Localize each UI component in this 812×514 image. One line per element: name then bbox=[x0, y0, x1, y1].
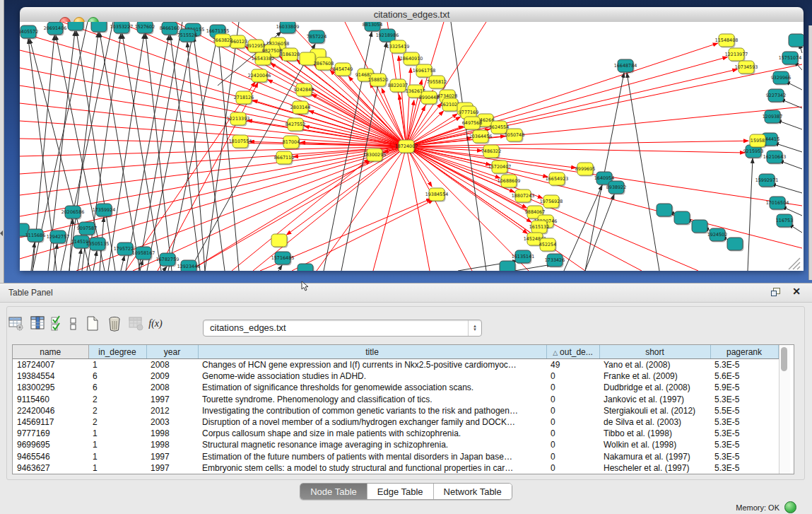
graph-node-yellow[interactable]: 9242844 bbox=[294, 83, 314, 98]
table-row[interactable]: 977716911998Corpus callosum shape and si… bbox=[13, 428, 778, 439]
table-cell[interactable]: 18724007 bbox=[13, 359, 88, 371]
graph-node-yellow[interactable]: 1050748 bbox=[505, 129, 524, 143]
table-cell[interactable]: 49 bbox=[546, 359, 599, 371]
graph-node-yellow[interactable]: 8186328 bbox=[280, 48, 300, 62]
table-cell[interactable]: 0 bbox=[546, 394, 599, 405]
graph-node-teal[interactable] bbox=[674, 211, 691, 226]
table-scrollbar[interactable] bbox=[779, 345, 790, 474]
table-cell[interactable]: 1 bbox=[88, 462, 146, 474]
graph-node-yellow[interactable]: 2867608 bbox=[314, 57, 334, 71]
table-row[interactable]: 946362711997Embryonic stem cells: a mode… bbox=[13, 462, 778, 474]
graph-node-yellow[interactable]: 15720407 bbox=[488, 160, 512, 175]
graph-node-teal[interactable]: 1527602 bbox=[135, 22, 155, 35]
graph-node-yellow[interactable]: 18107554 bbox=[229, 135, 252, 149]
graph-node-yellow[interactable]: 20364456 bbox=[469, 130, 493, 144]
table-row[interactable]: 969969511998Structural magnetic resonanc… bbox=[13, 439, 778, 450]
table-cell[interactable]: 9465546 bbox=[13, 451, 88, 462]
table-cell[interactable]: 2012 bbox=[146, 405, 198, 416]
graph-node-teal[interactable] bbox=[657, 204, 673, 218]
graph-node-yellow[interactable]: 817004 bbox=[283, 136, 300, 150]
column-header-in_degree[interactable]: in_degree bbox=[88, 345, 146, 359]
graph-node-yellow[interactable]: 16654923 bbox=[546, 173, 569, 187]
graph-node-teal[interactable]: 16210643 bbox=[763, 151, 787, 165]
graph-node-teal[interactable]: 1924502 bbox=[707, 228, 727, 243]
canvas-resize-grip[interactable] bbox=[789, 258, 800, 269]
table-cell[interactable]: 1998 bbox=[146, 428, 198, 439]
graph-node-teal[interactable]: 9227342 bbox=[766, 89, 786, 103]
table-cell[interactable]: Wolkin et al. (1998) bbox=[599, 439, 710, 450]
graph-node-teal[interactable]: 15992971 bbox=[755, 174, 779, 188]
table-cell[interactable]: 5.6E-5 bbox=[710, 370, 778, 382]
column-header-title[interactable]: title bbox=[198, 345, 546, 359]
graph-node-teal[interactable]: 15716485 bbox=[271, 252, 295, 266]
table-cell[interactable]: Investigating the contribution of common… bbox=[198, 405, 546, 416]
table-cell[interactable]: 1998 bbox=[146, 439, 198, 450]
graph-node-teal[interactable] bbox=[727, 238, 744, 252]
table-cell[interactable]: Corpus callosum shape and size in male p… bbox=[198, 428, 546, 439]
show-columns-button[interactable] bbox=[29, 315, 47, 333]
table-cell[interactable]: 18300295 bbox=[13, 382, 88, 393]
graph-node-yellow[interactable]: 1588520 bbox=[368, 74, 388, 88]
graph-node-yellow[interactable]: 15958 bbox=[750, 134, 767, 148]
table-cell[interactable]: 5.3E-5 bbox=[710, 416, 778, 428]
column-header-year[interactable]: year bbox=[146, 345, 198, 359]
table-cell[interactable]: 9777169 bbox=[13, 428, 88, 439]
table-row[interactable]: 1938455462009Genome-wide association stu… bbox=[13, 370, 778, 382]
graph-node-yellow[interactable]: 2803144 bbox=[290, 101, 310, 115]
table-cell[interactable]: 1 bbox=[88, 428, 146, 439]
graph-node-yellow[interactable]: 8427552 bbox=[286, 118, 305, 132]
column-header-out_de[interactable]: △out_de... bbox=[546, 345, 599, 359]
table-cell[interactable]: Tibbo et al. (1998) bbox=[599, 428, 710, 439]
table-cell[interactable]: 2 bbox=[88, 405, 146, 416]
graph-node-teal[interactable]: 12942757 bbox=[47, 230, 70, 245]
graph-node-yellow[interactable]: 12213393 bbox=[227, 112, 250, 127]
column-header-name[interactable]: name bbox=[13, 345, 88, 359]
table-cell[interactable]: 0 bbox=[546, 405, 599, 416]
table-cell[interactable]: 2008 bbox=[146, 359, 198, 371]
close-panel-icon[interactable]: ✕ bbox=[792, 286, 801, 297]
graph-node-yellow[interactable] bbox=[271, 234, 288, 248]
table-cell[interactable]: 2008 bbox=[146, 382, 198, 393]
table-row[interactable]: 911546021997Tourette syndrome. Phenomeno… bbox=[13, 394, 778, 405]
graph-node-teal[interactable] bbox=[91, 22, 108, 33]
graph-node-yellow[interactable]: 7955812 bbox=[427, 76, 447, 90]
table-cell[interactable]: Jankovic et al. (1997) bbox=[599, 394, 710, 405]
table-cell[interactable]: Structural magnetic resonance image aver… bbox=[198, 439, 546, 450]
network-window-titlebar[interactable]: citations_edges.txt bbox=[20, 7, 804, 23]
table-cell[interactable]: Dudbridge et al. (2008) bbox=[599, 382, 710, 393]
table-cell[interactable]: Embryonic stem cells: a model to study s… bbox=[198, 462, 546, 474]
collapse-arrow-icon[interactable] bbox=[0, 230, 3, 236]
table-cell[interactable]: 1997 bbox=[146, 451, 198, 462]
table-cell[interactable]: 5.5E-5 bbox=[710, 405, 778, 416]
table-cell[interactable]: 1 bbox=[88, 439, 146, 450]
right-panel-divider[interactable] bbox=[808, 25, 812, 280]
table-cell[interactable]: 2 bbox=[88, 394, 146, 405]
graph-node-teal[interactable]: 17359924 bbox=[93, 204, 116, 218]
import-table-button[interactable] bbox=[127, 315, 146, 333]
table-row[interactable]: 1872400712008Changes of HCN gene express… bbox=[13, 359, 778, 371]
graph-node-yellow[interactable]: 7663822 bbox=[213, 34, 233, 48]
graph-node-yellow[interactable]: 452254 bbox=[539, 238, 557, 252]
function-builder-button[interactable]: f(x) bbox=[149, 315, 162, 333]
table-row[interactable]: 946554611997Estimation of the future num… bbox=[13, 451, 778, 462]
graph-node-yellow[interactable]: 6497568 bbox=[462, 117, 482, 131]
table-cell[interactable]: 6 bbox=[88, 370, 146, 382]
graph-node-teal[interactable]: 20691406 bbox=[44, 22, 67, 36]
graph-node-teal[interactable] bbox=[68, 22, 85, 32]
memory-ok-led-icon[interactable] bbox=[784, 501, 796, 513]
table-cell[interactable]: 9115460 bbox=[13, 394, 88, 405]
graph-node-yellow[interactable]: 11548408 bbox=[715, 34, 739, 48]
table-cell[interactable]: 2 bbox=[88, 416, 146, 428]
table-cell[interactable]: 0 bbox=[546, 382, 599, 393]
table-cell[interactable]: 1 bbox=[88, 451, 146, 462]
table-cell[interactable]: 5.9E-5 bbox=[710, 382, 778, 393]
tab-node-table[interactable]: Node Table bbox=[300, 484, 367, 499]
table-cell[interactable]: 5.3E-5 bbox=[710, 462, 778, 474]
table-cell[interactable]: 0 bbox=[546, 428, 599, 439]
delete-column-button[interactable] bbox=[105, 315, 124, 333]
graph-node-yellow[interactable]: 8990448 bbox=[419, 91, 439, 105]
graph-node-teal[interactable]: 20206586 bbox=[61, 206, 85, 220]
table-cell[interactable]: 1997 bbox=[146, 394, 198, 405]
table-cell[interactable]: 0 bbox=[546, 439, 599, 450]
table-cell[interactable]: Nakamura et al. (1997) bbox=[599, 451, 710, 462]
